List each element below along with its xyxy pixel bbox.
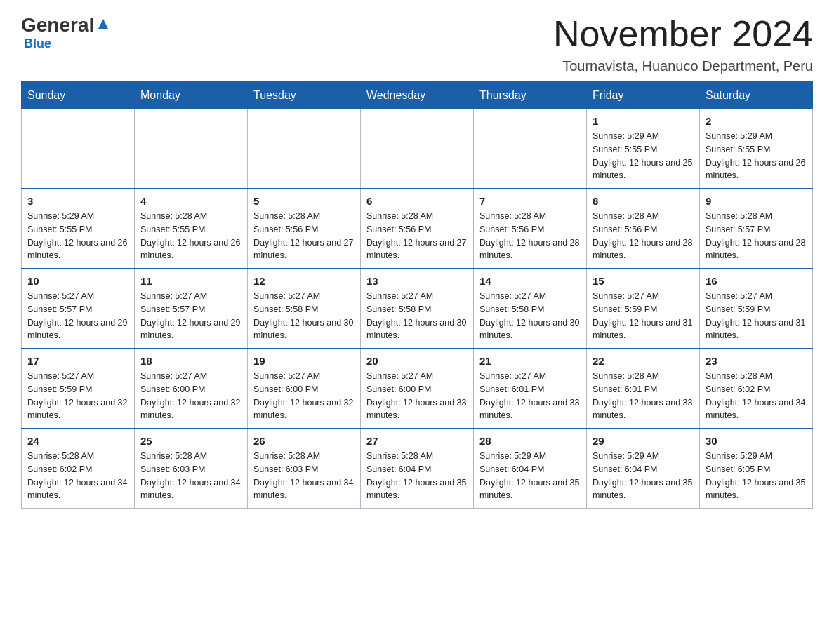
table-row [474, 109, 587, 189]
table-row: 22Sunrise: 5:28 AM Sunset: 6:01 PM Dayli… [587, 349, 700, 429]
day-number: 11 [140, 275, 241, 287]
day-info: Sunrise: 5:29 AM Sunset: 6:04 PM Dayligh… [593, 450, 694, 502]
day-info: Sunrise: 5:28 AM Sunset: 6:01 PM Dayligh… [593, 370, 694, 422]
day-info: Sunrise: 5:28 AM Sunset: 5:56 PM Dayligh… [253, 210, 355, 262]
table-row: 24Sunrise: 5:28 AM Sunset: 6:02 PM Dayli… [22, 429, 135, 509]
table-row: 5Sunrise: 5:28 AM Sunset: 5:56 PM Daylig… [248, 189, 361, 269]
day-number: 12 [253, 275, 355, 287]
table-row: 7Sunrise: 5:28 AM Sunset: 5:56 PM Daylig… [474, 189, 587, 269]
logo: General Blue [21, 14, 112, 51]
table-row: 1Sunrise: 5:29 AM Sunset: 5:55 PM Daylig… [587, 109, 700, 189]
day-info: Sunrise: 5:27 AM Sunset: 5:57 PM Dayligh… [27, 290, 128, 342]
day-info: Sunrise: 5:29 AM Sunset: 5:55 PM Dayligh… [593, 130, 694, 182]
day-info: Sunrise: 5:27 AM Sunset: 5:58 PM Dayligh… [253, 290, 355, 342]
day-info: Sunrise: 5:28 AM Sunset: 6:02 PM Dayligh… [706, 370, 807, 422]
day-number: 27 [366, 435, 468, 447]
table-row: 25Sunrise: 5:28 AM Sunset: 6:03 PM Dayli… [135, 429, 248, 509]
table-row: 27Sunrise: 5:28 AM Sunset: 6:04 PM Dayli… [361, 429, 474, 509]
day-number: 15 [593, 275, 694, 287]
day-number: 20 [366, 355, 468, 367]
day-number: 10 [27, 275, 128, 287]
day-number: 29 [593, 435, 694, 447]
table-row: 13Sunrise: 5:27 AM Sunset: 5:58 PM Dayli… [361, 269, 474, 349]
day-number: 14 [479, 275, 581, 287]
table-row: 10Sunrise: 5:27 AM Sunset: 5:57 PM Dayli… [22, 269, 135, 349]
day-number: 1 [593, 115, 694, 127]
logo-general-text: General [21, 14, 94, 36]
table-row: 2Sunrise: 5:29 AM Sunset: 5:55 PM Daylig… [700, 109, 813, 189]
col-sunday: Sunday [22, 82, 135, 109]
table-row: 17Sunrise: 5:27 AM Sunset: 5:59 PM Dayli… [22, 349, 135, 429]
col-tuesday: Tuesday [248, 82, 361, 109]
day-number: 23 [706, 355, 807, 367]
subtitle: Tournavista, Huanuco Department, Peru [553, 58, 813, 74]
day-info: Sunrise: 5:28 AM Sunset: 5:56 PM Dayligh… [593, 210, 694, 262]
day-number: 3 [27, 195, 128, 207]
day-number: 28 [479, 435, 581, 447]
logo-blue-text: Blue [24, 36, 51, 51]
table-row: 18Sunrise: 5:27 AM Sunset: 6:00 PM Dayli… [135, 349, 248, 429]
table-row: 11Sunrise: 5:27 AM Sunset: 5:57 PM Dayli… [135, 269, 248, 349]
calendar-week-row: 17Sunrise: 5:27 AM Sunset: 5:59 PM Dayli… [22, 349, 813, 429]
table-row: 8Sunrise: 5:28 AM Sunset: 5:56 PM Daylig… [587, 189, 700, 269]
col-friday: Friday [587, 82, 700, 109]
day-number: 13 [366, 275, 468, 287]
calendar-week-row: 3Sunrise: 5:29 AM Sunset: 5:55 PM Daylig… [22, 189, 813, 269]
day-info: Sunrise: 5:28 AM Sunset: 6:03 PM Dayligh… [253, 450, 355, 502]
table-row [22, 109, 135, 189]
main-title: November 2024 [553, 14, 813, 54]
col-saturday: Saturday [700, 82, 813, 109]
day-info: Sunrise: 5:28 AM Sunset: 5:57 PM Dayligh… [706, 210, 807, 262]
calendar-week-row: 10Sunrise: 5:27 AM Sunset: 5:57 PM Dayli… [22, 269, 813, 349]
title-area: November 2024 Tournavista, Huanuco Depar… [553, 14, 813, 74]
table-row: 16Sunrise: 5:27 AM Sunset: 5:59 PM Dayli… [700, 269, 813, 349]
page-header: General Blue November 2024 Tournavista, … [21, 14, 813, 74]
day-number: 24 [27, 435, 128, 447]
calendar-week-row: 1Sunrise: 5:29 AM Sunset: 5:55 PM Daylig… [22, 109, 813, 189]
day-info: Sunrise: 5:28 AM Sunset: 5:55 PM Dayligh… [140, 210, 241, 262]
day-info: Sunrise: 5:27 AM Sunset: 6:00 PM Dayligh… [140, 370, 241, 422]
day-number: 9 [706, 195, 807, 207]
day-info: Sunrise: 5:27 AM Sunset: 5:59 PM Dayligh… [27, 370, 128, 422]
day-number: 7 [479, 195, 581, 207]
day-info: Sunrise: 5:28 AM Sunset: 6:03 PM Dayligh… [140, 450, 241, 502]
calendar-week-row: 24Sunrise: 5:28 AM Sunset: 6:02 PM Dayli… [22, 429, 813, 509]
day-number: 19 [253, 355, 355, 367]
day-number: 26 [253, 435, 355, 447]
col-monday: Monday [135, 82, 248, 109]
day-number: 21 [479, 355, 581, 367]
day-info: Sunrise: 5:27 AM Sunset: 6:00 PM Dayligh… [253, 370, 355, 422]
table-row: 26Sunrise: 5:28 AM Sunset: 6:03 PM Dayli… [248, 429, 361, 509]
table-row: 6Sunrise: 5:28 AM Sunset: 5:56 PM Daylig… [361, 189, 474, 269]
table-row: 20Sunrise: 5:27 AM Sunset: 6:00 PM Dayli… [361, 349, 474, 429]
day-info: Sunrise: 5:27 AM Sunset: 5:57 PM Dayligh… [140, 290, 241, 342]
day-number: 17 [27, 355, 128, 367]
day-info: Sunrise: 5:29 AM Sunset: 6:04 PM Dayligh… [479, 450, 581, 502]
table-row: 9Sunrise: 5:28 AM Sunset: 5:57 PM Daylig… [700, 189, 813, 269]
day-info: Sunrise: 5:27 AM Sunset: 5:59 PM Dayligh… [593, 290, 694, 342]
table-row: 23Sunrise: 5:28 AM Sunset: 6:02 PM Dayli… [700, 349, 813, 429]
col-thursday: Thursday [474, 82, 587, 109]
calendar-header-row: Sunday Monday Tuesday Wednesday Thursday… [22, 82, 813, 109]
table-row [135, 109, 248, 189]
table-row: 28Sunrise: 5:29 AM Sunset: 6:04 PM Dayli… [474, 429, 587, 509]
day-number: 25 [140, 435, 241, 447]
day-number: 6 [366, 195, 468, 207]
table-row [248, 109, 361, 189]
table-row: 21Sunrise: 5:27 AM Sunset: 6:01 PM Dayli… [474, 349, 587, 429]
day-info: Sunrise: 5:27 AM Sunset: 6:01 PM Dayligh… [479, 370, 581, 422]
calendar-table: Sunday Monday Tuesday Wednesday Thursday… [21, 81, 813, 509]
day-info: Sunrise: 5:27 AM Sunset: 5:58 PM Dayligh… [366, 290, 468, 342]
table-row: 29Sunrise: 5:29 AM Sunset: 6:04 PM Dayli… [587, 429, 700, 509]
day-info: Sunrise: 5:29 AM Sunset: 5:55 PM Dayligh… [27, 210, 128, 262]
day-number: 30 [706, 435, 807, 447]
day-info: Sunrise: 5:28 AM Sunset: 6:04 PM Dayligh… [366, 450, 468, 502]
svg-marker-0 [98, 19, 108, 29]
day-info: Sunrise: 5:27 AM Sunset: 5:59 PM Dayligh… [706, 290, 807, 342]
table-row: 4Sunrise: 5:28 AM Sunset: 5:55 PM Daylig… [135, 189, 248, 269]
table-row: 12Sunrise: 5:27 AM Sunset: 5:58 PM Dayli… [248, 269, 361, 349]
table-row [361, 109, 474, 189]
col-wednesday: Wednesday [361, 82, 474, 109]
day-info: Sunrise: 5:28 AM Sunset: 6:02 PM Dayligh… [27, 450, 128, 502]
day-number: 22 [593, 355, 694, 367]
